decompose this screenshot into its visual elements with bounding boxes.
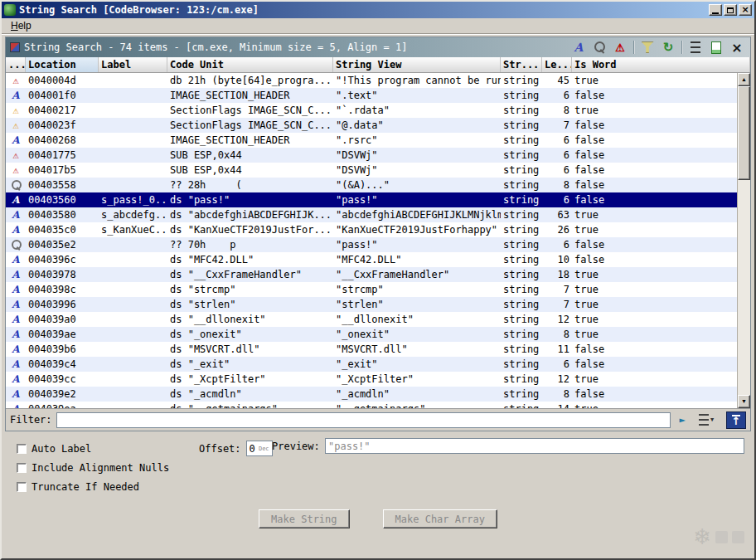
table-row[interactable]: 00403978ds "__CxxFrameHandler""__CxxFram… <box>6 267 737 282</box>
table-row[interactable]: 004039e2ds "_acmdln""_acmdln"string8fals… <box>6 387 737 402</box>
cell-is_word: true <box>572 373 737 385</box>
column-header-label[interactable]: Label <box>99 57 167 72</box>
filter-input[interactable] <box>56 412 671 428</box>
cell-is_word: false <box>572 358 737 370</box>
cell-icon <box>6 224 26 236</box>
panel-header: String Search - 74 items - [cm.exe, Mini… <box>6 37 750 57</box>
string-a-icon[interactable] <box>571 40 586 55</box>
table-row[interactable]: 004001f0IMAGE_SECTION_HEADER".text"strin… <box>6 88 737 103</box>
column-header-is_word[interactable]: Is Word <box>572 57 750 72</box>
table-row[interactable]: 00401775SUB ESP,0x44"DSVWj"string6false <box>6 148 737 163</box>
filter-go-icon[interactable] <box>675 412 690 427</box>
column-header-location[interactable]: Location <box>26 57 99 72</box>
cell-location: 00400268 <box>26 134 99 146</box>
cell-is_word: false <box>572 164 737 176</box>
cell-icon <box>6 388 26 400</box>
table-row[interactable]: 004039c4ds "_exit""_exit"string6false <box>6 357 737 372</box>
search-strings-icon[interactable] <box>592 40 607 55</box>
filter-options-icon[interactable] <box>695 412 717 427</box>
offset-stepper[interactable]: 0 Dec <box>246 441 273 456</box>
table-row[interactable]: 004039b6ds "MSVCRT.dll""MSVCRT.dll"strin… <box>6 342 737 357</box>
make-string-button[interactable]: Make String <box>259 509 349 528</box>
include-alignment-nulls-checkbox[interactable] <box>17 463 27 473</box>
table-row[interactable]: 0040396cds "MFC42.DLL""MFC42.DLL"string1… <box>6 252 737 267</box>
column-header-type[interactable]: Str... <box>501 57 542 72</box>
filter-toolbar <box>675 412 719 427</box>
cell-type: string <box>501 284 542 295</box>
table-row[interactable]: 00400268IMAGE_SECTION_HEADER".rsrc"strin… <box>6 133 737 148</box>
maximize-button[interactable] <box>724 4 737 16</box>
cell-type: string <box>501 329 542 340</box>
table-row[interactable]: 0040004ddb 21h (byte[64]e_progra..."!Thi… <box>6 73 737 88</box>
string-search-panel: String Search - 74 items - [cm.exe, Mini… <box>5 37 751 431</box>
panel-toolbar <box>571 40 746 55</box>
string-icon <box>10 299 22 310</box>
table-row[interactable]: 0040398cds "strcmp""strcmp"string7true <box>6 282 737 297</box>
maximize-icon <box>727 7 734 13</box>
cell-length: 8 <box>542 329 572 340</box>
table-row[interactable]: 004017b5SUB ESP,0x44"DSVWj"string6false <box>6 163 737 178</box>
scroll-down-button[interactable]: ▼ <box>738 395 750 408</box>
minimize-button[interactable] <box>709 4 722 16</box>
cell-is_word: true <box>572 314 737 325</box>
cell-type: string <box>501 105 542 116</box>
cell-type: string <box>501 164 542 176</box>
column-header-length[interactable]: Le... <box>542 57 572 72</box>
scrollbar-thumb[interactable] <box>738 86 750 180</box>
cell-type: string <box>501 269 542 280</box>
refresh-icon[interactable] <box>661 40 676 55</box>
scroll-up-button[interactable]: ▲ <box>738 73 750 86</box>
error-icon <box>10 149 22 161</box>
table-row[interactable]: 0040023fSectionFlags IMAGE_SCN_C..."@.da… <box>6 118 737 133</box>
table-row[interactable]: 004039a0ds "__dllonexit""__dllonexit"str… <box>6 312 737 327</box>
table-row[interactable]: 00400217SectionFlags IMAGE_SCN_C..."`.rd… <box>6 103 737 118</box>
table-row[interactable]: 00403580s_abcdefg...ds "abcdefghiABCDEFG… <box>6 207 737 222</box>
error-icon <box>10 164 22 176</box>
cell-string_view: "DSVWj" <box>333 149 501 161</box>
cell-is_word: false <box>572 134 737 146</box>
column-header-icon[interactable]: ... <box>6 57 26 72</box>
table-row[interactable]: 00403558?? 28h ("(&A)..."string8false <box>6 178 737 192</box>
make-char-array-button[interactable]: Make Char Array <box>383 509 497 528</box>
table-row[interactable]: 004039ccds "_XcptFilter""_XcptFilter"str… <box>6 372 737 387</box>
cell-type: string <box>501 343 542 355</box>
table-row[interactable]: 004035e2?? 70h p"pass!"string6false <box>6 237 737 252</box>
table-row[interactable]: 00403560s_pass!_0...ds "pass!""pass!"str… <box>6 192 737 207</box>
title-bar[interactable]: String Search [CodeBrowser: 123:/cm.exe]… <box>2 2 754 18</box>
table-row[interactable]: 004039eads "__getmainargs""__getmainargs… <box>6 402 737 408</box>
error-strings-icon[interactable] <box>613 40 628 55</box>
cell-location: 00403558 <box>26 179 99 191</box>
cell-length: 6 <box>542 239 572 251</box>
cell-icon <box>6 269 26 280</box>
vertical-scrollbar[interactable]: ▲ ▼ <box>737 73 750 408</box>
cell-type: string <box>501 149 542 161</box>
table-body: 0040004ddb 21h (byte[64]e_progra..."!Thi… <box>6 73 750 408</box>
cell-code_unit: IMAGE_SECTION_HEADER <box>167 90 333 101</box>
cell-type: string <box>501 254 542 265</box>
table-row[interactable]: 004035c0s_KanXueC...ds "KanXueCTF2019Jus… <box>6 222 737 237</box>
table-row[interactable]: 004039aeds "_onexit""_onexit"string8true <box>6 327 737 342</box>
cell-is_word: false <box>572 90 737 101</box>
cell-length: 7 <box>542 299 572 310</box>
snapshot-icon[interactable] <box>709 40 724 55</box>
cell-code_unit: ds "__dllonexit" <box>167 314 333 325</box>
column-header-code_unit[interactable]: Code Unit <box>167 57 333 72</box>
cell-location: 004039cc <box>26 373 99 385</box>
filter-funnel-icon[interactable] <box>640 40 655 55</box>
menu-help[interactable]: Help <box>7 19 35 32</box>
scrollbar-track[interactable] <box>738 86 750 395</box>
table-row[interactable]: 00403996ds "strlen""strlen"string7true <box>6 297 737 312</box>
collapse-arrow-icon: ↑ <box>732 415 741 426</box>
cell-location: 004017b5 <box>26 164 99 176</box>
menu-list-icon[interactable] <box>688 40 703 55</box>
cell-length: 63 <box>542 209 572 221</box>
truncate-if-needed-checkbox[interactable] <box>17 482 27 492</box>
close-panel-icon[interactable] <box>729 40 744 55</box>
string-icon <box>10 224 22 236</box>
auto-label-checkbox[interactable] <box>17 444 27 454</box>
collapse-panel-button[interactable]: ↑ <box>726 411 746 429</box>
cell-icon <box>6 149 26 161</box>
close-button[interactable]: × <box>739 4 752 16</box>
column-header-string_view[interactable]: String View <box>333 57 501 72</box>
cell-location: 00403560 <box>26 194 99 206</box>
